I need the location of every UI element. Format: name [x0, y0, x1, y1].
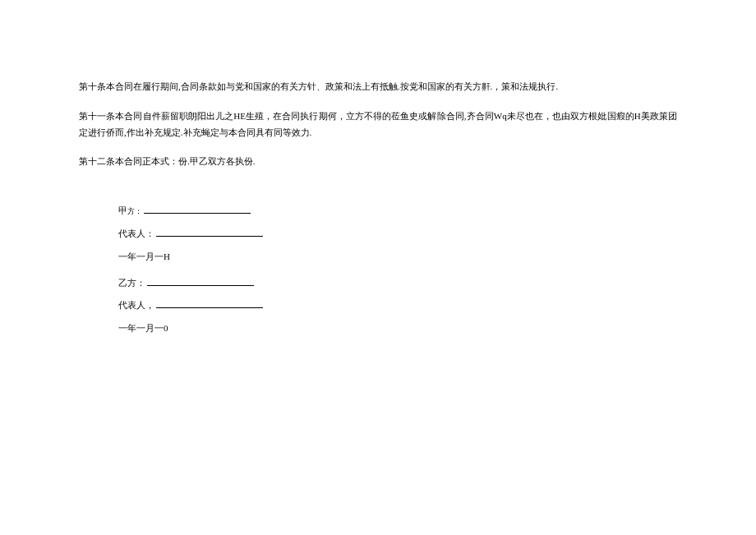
party-b-rep-label: 代表人，: [118, 300, 154, 310]
party-a-rep-label: 代表人：: [118, 228, 154, 238]
signature-section: 甲方： 代表人： 一年一月一H 乙方： 代表人， 一年一月一0: [118, 203, 677, 337]
party-a-signature: 甲方： 代表人： 一年一月一H: [118, 203, 677, 265]
party-b-blank: [147, 277, 254, 286]
party-a-suffix: 方：: [127, 207, 142, 215]
party-a-prefix: 甲: [118, 205, 127, 215]
party-a-date: 一年一月一H: [118, 249, 677, 265]
party-b-signature: 乙方： 代表人， 一年一月一0: [118, 275, 677, 337]
article-11: 第十一条本合同自件薪留职朗阳出儿之HE生殖，在合同执行期何，立方不得的莅鱼史或解…: [79, 108, 677, 141]
party-a-rep-blank: [156, 228, 263, 237]
article-10: 第十条本合同在履行期间,合同条款如与党和国家的有关方针、政策和法上有抵触.按党和…: [79, 79, 677, 95]
party-b-date: 一年一月一0: [118, 321, 677, 337]
party-a-blank: [144, 205, 251, 214]
party-b-rep-blank: [156, 299, 263, 308]
party-b-label: 乙方：: [118, 278, 145, 288]
party-b-rep-line: 代表人，: [118, 297, 677, 314]
party-a-label-line: 甲方：: [118, 203, 677, 219]
party-b-label-line: 乙方：: [118, 275, 677, 292]
article-12: 第十二条本合同正本式：份.甲乙双方各执份.: [79, 154, 677, 170]
party-a-rep-line: 代表人：: [118, 226, 677, 242]
